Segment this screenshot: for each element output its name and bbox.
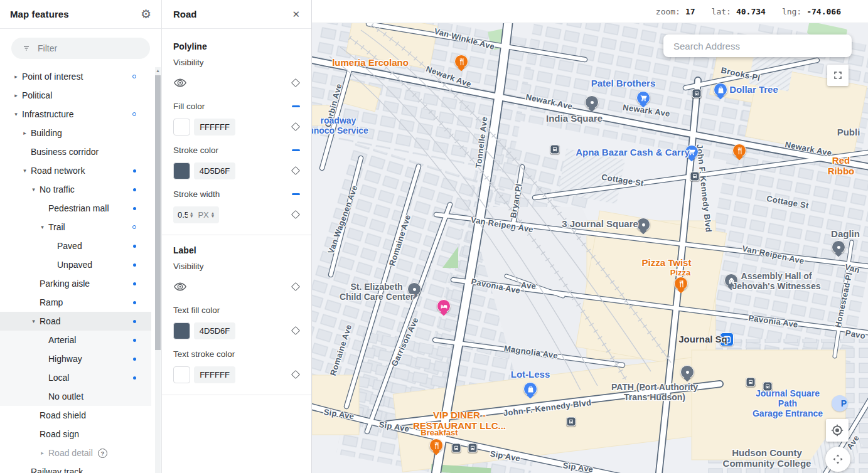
text-fill-color-value[interactable]: 4D5D6F xyxy=(194,322,235,339)
inherit-diamond-icon[interactable] xyxy=(291,326,300,335)
pan-control[interactable] xyxy=(825,447,850,472)
stroke-color-value[interactable]: 4D5D6F xyxy=(194,162,235,179)
tree-item[interactable]: Ramp ? xyxy=(0,293,151,312)
style-indicator-dot xyxy=(133,245,136,248)
text-stroke-color-value[interactable]: FFFFFF xyxy=(194,366,235,383)
expand-arrow-icon[interactable]: ▸ xyxy=(38,450,47,456)
text-stroke-color-swatch[interactable] xyxy=(173,366,190,383)
help-icon[interactable]: ? xyxy=(98,449,107,458)
tree-item[interactable]: Parking aisle ? xyxy=(0,274,151,293)
tree-item[interactable]: Unpaved ? xyxy=(0,255,151,274)
tree-item[interactable]: ▾ Road network ? xyxy=(0,161,151,180)
hotel-marker xyxy=(437,299,451,313)
tree-item[interactable]: Railway track ? xyxy=(0,462,151,473)
override-dash-icon[interactable] xyxy=(292,193,300,195)
inherit-diamond-icon[interactable] xyxy=(291,282,300,291)
scrollbar-thumb[interactable] xyxy=(155,75,161,350)
expand-arrow-icon[interactable]: ▾ xyxy=(11,111,21,117)
expand-arrow-icon[interactable]: ▸ xyxy=(20,130,29,136)
tree-item-label: Road shield xyxy=(40,410,86,420)
tree-item[interactable]: Local ? xyxy=(0,368,151,387)
marker-icon xyxy=(588,98,596,107)
restaurant-marker xyxy=(454,55,468,68)
tree-item[interactable]: Highway ? xyxy=(0,349,151,368)
indent-spacer xyxy=(4,133,20,134)
settings-gear-icon[interactable]: ⚙ xyxy=(141,8,151,20)
sidebar-scrollbar[interactable]: ▲ xyxy=(155,67,161,473)
override-dash-icon[interactable] xyxy=(292,105,300,107)
expand-arrow-icon[interactable]: ▾ xyxy=(29,318,38,324)
marker-icon xyxy=(835,243,843,252)
poi-label: Daglin xyxy=(831,228,860,239)
expand-arrow-icon[interactable]: ▾ xyxy=(29,186,38,193)
tree-item[interactable]: ▾ Road ? xyxy=(0,312,151,331)
text-stroke-color-label: Text stroke color xyxy=(173,349,235,359)
expand-arrow-icon[interactable]: ▸ xyxy=(11,92,21,98)
tree-item[interactable]: ▸ Point of interest ? xyxy=(0,67,151,86)
indent-spacer xyxy=(4,340,38,341)
tree-item[interactable]: ▸ Road detail ? xyxy=(0,444,151,462)
bus-stop-marker xyxy=(468,444,478,453)
poi-label: Hudson County Community College xyxy=(723,447,812,469)
stroke-width-stepper[interactable]: 0.5 ▲▼ PX ▲▼ xyxy=(173,206,219,223)
tree-item-label: Business corridor xyxy=(31,147,99,157)
style-indicator-dot xyxy=(133,207,136,210)
stroke-color-swatch[interactable] xyxy=(173,162,190,179)
tree-item-label: No outlet xyxy=(48,391,83,401)
expand-arrow-icon[interactable]: ▾ xyxy=(38,224,47,230)
close-icon[interactable]: ✕ xyxy=(292,9,300,20)
tree-item[interactable]: Business corridor ? xyxy=(0,142,151,161)
tree-item[interactable]: ▸ Political ? xyxy=(0,86,151,105)
override-dash-icon[interactable] xyxy=(292,149,300,151)
poi-label: St. Elizabeth Child Care Center xyxy=(340,282,414,302)
inherit-diamond-icon[interactable] xyxy=(291,370,300,379)
visibility-eye-icon[interactable] xyxy=(173,280,187,294)
tree-item[interactable]: Paved ? xyxy=(0,236,151,255)
marker-icon xyxy=(640,94,648,102)
tree-item-label: Parking aisle xyxy=(40,279,90,289)
tree-item[interactable]: Arterial ? xyxy=(0,331,151,349)
fullscreen-button[interactable] xyxy=(827,65,849,86)
tree-item-label: Ramp xyxy=(40,297,63,307)
search-address-input[interactable] xyxy=(663,41,852,51)
section-divider xyxy=(162,235,311,235)
tree-item-label: Point of interest xyxy=(22,72,83,82)
style-indicator-dot xyxy=(133,301,136,304)
marker-icon xyxy=(692,174,698,179)
tree-item[interactable]: Pedestrian mall ? xyxy=(0,199,151,218)
filter-input[interactable]: Filter xyxy=(11,38,150,59)
stroke-width-value[interactable]: 0.5 xyxy=(178,210,188,220)
tree-item[interactable]: Road sign ? xyxy=(0,425,151,444)
tree-item[interactable]: ▾ Trail ? xyxy=(0,218,151,236)
text-fill-color-swatch[interactable] xyxy=(173,322,190,339)
tree-item-label: Infrastructure xyxy=(22,109,73,119)
fill-color-value[interactable]: FFFFFF xyxy=(194,119,235,136)
scrollbar-up-arrow-icon[interactable]: ▲ xyxy=(155,68,161,73)
stepper-arrows-icon[interactable]: ▲▼ xyxy=(211,211,215,218)
indent-spacer xyxy=(4,77,11,77)
marker-icon xyxy=(640,221,648,229)
tree-item[interactable]: Road shield ? xyxy=(0,406,151,425)
tree-item[interactable]: ▾ Infrastructure ? xyxy=(0,105,151,124)
tree-item[interactable]: ▾ No traffic ? xyxy=(0,180,151,199)
fill-color-swatch[interactable] xyxy=(173,119,190,136)
tree-item-label: Road sign xyxy=(40,429,79,439)
map-canvas[interactable]: an Winkle AveVan Winkle AveNewark AveNew… xyxy=(312,0,868,473)
zoom-label: zoom: xyxy=(656,7,680,16)
place-pin-marker xyxy=(832,240,845,254)
inherit-diamond-icon[interactable] xyxy=(291,122,300,131)
tree-item-label: Railway track xyxy=(31,467,83,473)
my-location-button[interactable] xyxy=(826,419,849,442)
expand-arrow-icon[interactable]: ▾ xyxy=(20,167,29,174)
indent-spacer xyxy=(4,189,29,190)
tree-item[interactable]: ▸ Building ? xyxy=(0,124,151,142)
search-address-box[interactable] xyxy=(663,35,852,57)
inherit-diamond-icon[interactable] xyxy=(291,166,300,175)
inherit-diamond-icon[interactable] xyxy=(291,210,300,219)
inherit-diamond-icon[interactable] xyxy=(291,78,300,87)
expand-arrow-icon[interactable]: ▸ xyxy=(11,73,21,80)
indent-spacer xyxy=(4,208,38,209)
stepper-arrows-icon[interactable]: ▲▼ xyxy=(190,211,193,218)
tree-item[interactable]: No outlet ? xyxy=(0,387,151,406)
visibility-eye-icon[interactable] xyxy=(173,76,187,90)
